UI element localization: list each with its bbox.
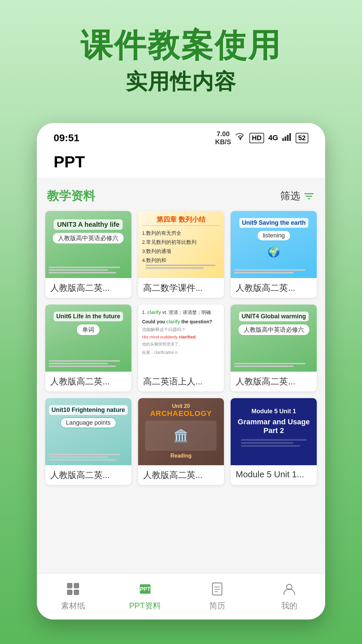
- card-name: Module 5 Unit 1...: [231, 465, 317, 484]
- mini-lines: [234, 363, 313, 368]
- battery-icon: 52: [296, 133, 308, 143]
- svg-point-0: [240, 139, 241, 140]
- thumb-grammar: Grammar and UsagePart 2: [238, 418, 310, 435]
- wifi-icon: [235, 133, 245, 143]
- svg-rect-5: [67, 583, 72, 588]
- svg-rect-8: [74, 590, 79, 595]
- thumb-math-list: 1.数列的有无穷全 2.常见数列的初等比数列 3.数列的通项 4.数列的和: [142, 228, 220, 265]
- mini-lines: [145, 265, 224, 269]
- user-icon: [281, 580, 298, 598]
- thumb-vocab: 单词: [76, 324, 100, 335]
- signal-icon: 4G: [268, 133, 278, 142]
- status-right: 7.00KB/S HD 4G 52: [215, 130, 308, 146]
- thumb-langpoints: Language points: [60, 418, 116, 428]
- nav-item-mine[interactable]: 我的: [253, 580, 325, 611]
- material-card[interactable]: Unit 20 ARCHAEOLOGY 🏛️ Reading 人教版高二英...: [138, 398, 224, 485]
- thumb-math-title: 第四章 数列小结: [142, 215, 220, 226]
- material-card[interactable]: Module 5 Unit 1 Grammar and UsagePart 2 …: [231, 398, 317, 485]
- thumb-future-title: Unit6 Life in the future: [54, 312, 123, 321]
- thumb-grammar-lines: [241, 439, 306, 456]
- hero-subtitle: 实用性内容: [13, 67, 349, 96]
- card-thumbnail: Unit 20 ARCHAEOLOGY 🏛️ Reading: [138, 398, 224, 465]
- earth-decoration: 🌍: [267, 246, 280, 258]
- mini-lines: [49, 267, 128, 275]
- svg-rect-4: [289, 133, 291, 141]
- nav-label-sucaizhi: 素材纸: [61, 600, 85, 611]
- card-thumbnail: Unit9 Saving the earth listening 🌍: [231, 211, 317, 278]
- app-title: PPT: [54, 153, 308, 171]
- card-thumbnail: 第四章 数列小结 1.数列的有无穷全 2.常见数列的初等比数列 3.数列的通项 …: [138, 211, 224, 278]
- thumb-sub-label: 人教版高中英语必修六: [238, 324, 310, 335]
- card-thumbnail: 1. clarify vt. 澄清；讲清楚；明确 Could you clari…: [138, 305, 224, 372]
- thumb-unit-title: UNIT3 A healthy life: [54, 219, 123, 230]
- hd-badge: HD: [249, 133, 264, 143]
- mini-lines: [49, 360, 128, 368]
- nav-label-ppt: PPT资料: [129, 600, 161, 611]
- card-thumbnail: Unit6 Life in the future 单词: [45, 305, 131, 372]
- phone-container: 09:51 7.00KB/S HD 4G 52: [37, 123, 325, 620]
- status-speed: 7.00KB/S: [215, 130, 231, 146]
- filter-label: 筛选: [280, 189, 300, 203]
- nav-item-ppt[interactable]: PPT PPT资料: [109, 580, 181, 611]
- material-card[interactable]: UNIT3 A healthy life 人教版高中英语必修六 人教版高二英..…: [45, 211, 131, 298]
- svg-rect-7: [67, 590, 72, 595]
- bottom-nav: 素材纸 PPT PPT资料 简历: [37, 573, 325, 620]
- resume-icon: [208, 580, 226, 598]
- card-name: 高二数学课件...: [138, 278, 224, 298]
- thumb-label: 人教版高中英语必修六: [52, 232, 124, 244]
- thumb-vocab-content: 1. clarify vt. 澄清；讲清楚；明确 Could you clari…: [142, 309, 220, 356]
- mini-lines: [49, 454, 128, 462]
- card-name: 人教版高二英...: [138, 465, 224, 485]
- status-time: 09:51: [54, 132, 79, 144]
- svg-rect-2: [285, 137, 286, 141]
- nav-label-resume: 简历: [209, 600, 225, 611]
- material-card[interactable]: Unit6 Life in the future 单词 人教版高二英...: [45, 305, 131, 391]
- section-header: 教学资料 筛选: [44, 184, 318, 211]
- card-name: 高二英语上人...: [138, 372, 224, 391]
- nav-item-sucaizhi[interactable]: 素材纸: [37, 580, 109, 611]
- thumb-earth-title: Unit9 Saving the earth: [239, 218, 308, 228]
- thumb-listening: listening: [257, 230, 291, 241]
- grid-icon: [64, 580, 82, 598]
- card-thumbnail: UNIT4 Global warming 人教版高中英语必修六: [231, 305, 317, 372]
- mini-lines: [234, 269, 313, 275]
- svg-rect-6: [74, 583, 79, 588]
- materials-grid: UNIT3 A healthy life 人教版高中英语必修六 人教版高二英..…: [44, 211, 318, 485]
- card-name: 人教版高二英...: [45, 465, 131, 485]
- thumb-reading: Reading: [170, 453, 191, 459]
- hero-section: 课件教案使用 实用性内容: [0, 0, 362, 110]
- ppt-icon: PPT: [136, 580, 154, 598]
- thumb-global-title: UNIT4 Global warming: [239, 312, 309, 321]
- card-thumbnail: Unit10 Frightening nature Language point…: [45, 398, 131, 465]
- signal-bars: [282, 133, 292, 143]
- card-thumbnail: Module 5 Unit 1 Grammar and UsagePart 2: [231, 398, 317, 465]
- svg-text:PPT: PPT: [140, 586, 150, 592]
- card-name: 人教版高二英...: [231, 372, 317, 391]
- app-header: PPT: [37, 149, 325, 178]
- content-area: 教学资料 筛选 UNIT3 A healthy life 人教版高中英语必修六: [37, 178, 325, 573]
- card-name: 人教版高二英...: [45, 278, 131, 298]
- filter-icon: [303, 190, 315, 202]
- filter-button[interactable]: 筛选: [280, 189, 315, 203]
- material-card[interactable]: UNIT4 Global warming 人教版高中英语必修六 人教版高二英..…: [231, 305, 317, 391]
- nav-label-mine: 我的: [281, 600, 297, 611]
- svg-rect-3: [287, 135, 289, 141]
- card-thumbnail: UNIT3 A healthy life 人教版高中英语必修六: [45, 211, 131, 278]
- thumb-unit20: Unit 20: [172, 403, 190, 409]
- thumb-nature-title: Unit10 Frightening nature: [49, 405, 128, 415]
- hero-title: 课件教案使用: [13, 27, 349, 64]
- card-name: 人教版高二英...: [231, 278, 317, 298]
- section-title: 教学资料: [47, 188, 95, 204]
- svg-rect-1: [282, 138, 284, 141]
- material-card[interactable]: Unit10 Frightening nature Language point…: [45, 398, 131, 485]
- status-bar: 09:51 7.00KB/S HD 4G 52: [37, 123, 325, 149]
- thumb-module: Module 5 Unit 1: [251, 408, 296, 415]
- material-card[interactable]: Unit9 Saving the earth listening 🌍 人教版高二…: [231, 211, 317, 298]
- thumb-arch-title: ARCHAEOLOGY: [150, 409, 212, 418]
- thumb-arch-img: 🏛️: [145, 421, 217, 451]
- material-card[interactable]: 1. clarify vt. 澄清；讲清楚；明确 Could you clari…: [138, 305, 224, 391]
- material-card[interactable]: 第四章 数列小结 1.数列的有无穷全 2.常见数列的初等比数列 3.数列的通项 …: [138, 211, 224, 298]
- card-name: 人教版高二英...: [45, 372, 131, 391]
- nav-item-resume[interactable]: 简历: [181, 580, 253, 611]
